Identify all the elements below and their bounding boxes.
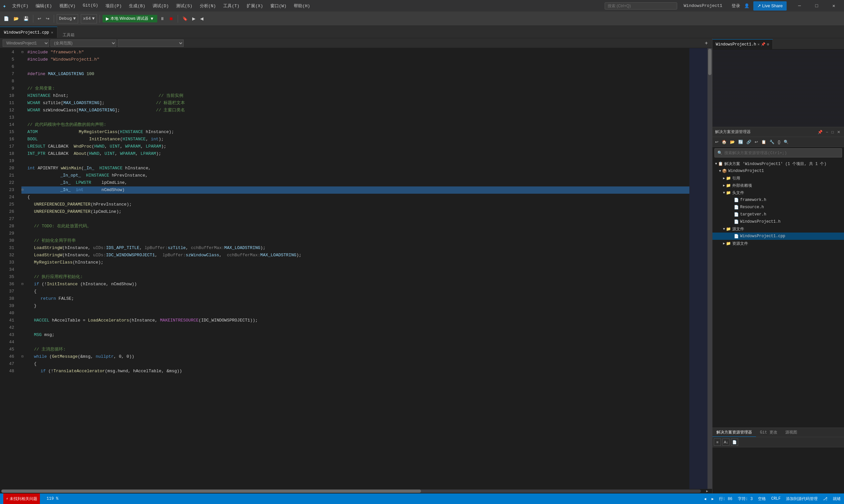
menu-item[interactable]: 测试(S) (173, 2, 195, 10)
menu-item[interactable]: 项目(P) (102, 2, 125, 10)
project-item[interactable]: ▼📦WindowsProject1 (712, 167, 844, 175)
line-number: 36 (0, 281, 14, 288)
menu-item[interactable]: 编辑(E) (32, 2, 55, 10)
tree-node[interactable]: 📄framework.h (712, 196, 844, 203)
collapse-button[interactable]: ⊟ (21, 49, 26, 56)
se-toolbar-button[interactable]: 📂 (729, 139, 736, 145)
bottom-panel-tab[interactable]: 源视图 (781, 428, 801, 436)
status-add-source[interactable]: 添加到源代码管理 (786, 496, 817, 502)
solution-root-item[interactable]: ▼📋解决方案 'WindowsProject1' (1 个项目, 共 1 个) (712, 160, 844, 167)
start-debug-btn[interactable]: ▶ 本地 Windows 调试器 ▼ (103, 15, 157, 22)
status-error-section[interactable]: ⚡ 未找到相关问题 (3, 493, 40, 504)
se-toolbar-button[interactable]: 🏠 (720, 139, 728, 145)
scope-right-dropdown[interactable] (118, 39, 184, 47)
close-button[interactable]: ✕ (826, 0, 841, 12)
menu-item[interactable]: 扩展(X) (243, 2, 266, 10)
menu-item[interactable]: 帮助(H) (291, 2, 313, 10)
login-text[interactable]: 登录 (731, 3, 740, 9)
add-scope-btn[interactable]: + (703, 39, 709, 47)
navigate-forward-btn[interactable]: ▶ (191, 15, 197, 22)
props-pages-btn[interactable]: 📄 (731, 438, 738, 446)
menu-item[interactable]: 分析(N) (196, 2, 219, 10)
navigate-back-btn[interactable]: ◀ (199, 15, 205, 22)
tab-main-close[interactable]: ✕ (51, 30, 53, 35)
se-toolbar-button[interactable]: 🔍 (782, 139, 790, 145)
tree-node[interactable]: ▶📁外部依赖项 (712, 182, 844, 189)
bottom-panel-tab[interactable]: Git 更改 (756, 428, 781, 436)
live-share-button[interactable]: ↗ Live Share (753, 1, 787, 11)
code-content[interactable]: ⊟#include "framework.h"#include "Windows… (18, 48, 689, 489)
minimize-panel-btn[interactable]: − (825, 129, 829, 135)
platform-dropdown[interactable]: x64 ▼ (81, 14, 97, 23)
menu-item[interactable]: 调试(D) (149, 2, 172, 10)
tree-node[interactable]: 📄targetver.h (712, 211, 844, 218)
bottom-panel-tab[interactable]: 解决方案资源管理器 (712, 428, 756, 437)
se-toolbar-button[interactable]: ↩ (753, 139, 759, 145)
right-editor-preview[interactable] (712, 49, 844, 127)
horizontal-scrollbar[interactable] (1, 489, 701, 493)
se-toolbar-button[interactable]: 🔧 (768, 139, 776, 145)
menu-item[interactable]: 工具(T) (220, 2, 243, 10)
se-toolbar-button[interactable]: 🔄 (737, 139, 744, 145)
new-file-btn[interactable]: 📄 (2, 15, 11, 22)
code-token: HINSTANCE (123, 136, 146, 143)
debug-mode-dropdown[interactable]: Debug ▼ (57, 14, 78, 23)
code-token: HINSTANCE (99, 165, 122, 172)
status-scroll-right[interactable]: ▶ (711, 497, 714, 501)
global-search-input[interactable] (605, 2, 677, 10)
redo-btn[interactable]: ↪ (44, 15, 51, 22)
menu-item[interactable]: 文件(F) (9, 2, 32, 10)
code-token: CALLBACK (46, 143, 74, 150)
props-categories-btn[interactable]: ≡ (714, 438, 721, 446)
open-file-btn[interactable]: 📂 (12, 15, 20, 22)
tree-node[interactable]: ▼📁头文件 (712, 189, 844, 196)
menu-item[interactable]: 生成(B) (126, 2, 148, 10)
props-alphabetical-btn[interactable]: A↓ (722, 438, 729, 446)
collapse-button[interactable]: ⊟ (21, 281, 26, 288)
code-token: UINT (104, 150, 115, 158)
right-tab-pin[interactable]: 📌 (761, 42, 765, 47)
vertical-scrollbar[interactable] (707, 48, 712, 489)
save-btn[interactable]: 💾 (22, 15, 30, 22)
tree-node[interactable]: ▶📁引用 (712, 175, 844, 182)
menu-item[interactable]: 视图(V) (56, 2, 79, 10)
collapse-button[interactable]: ⊟ (21, 353, 26, 360)
solution-search-bar[interactable]: 🔍 搜索解决方案资源管理器(Ctrl+;) (714, 148, 842, 158)
undo-btn[interactable]: ↩ (36, 15, 43, 22)
maximize-panel-btn[interactable]: □ (830, 129, 835, 135)
menu-item[interactable]: Git(G) (80, 2, 102, 10)
code-token: HACCEL (34, 317, 49, 324)
se-toolbar-button[interactable]: 🔗 (745, 139, 753, 145)
code-line: UNREFERENCED_PARAMETER(lpCmdLine); (21, 208, 689, 215)
pin-panel-btn[interactable]: 📌 (816, 129, 824, 135)
se-toolbar-button[interactable]: {} (776, 139, 782, 145)
tree-node[interactable]: ▶📁资源文件 (712, 240, 844, 247)
tree-node[interactable]: 📄Resource.h (712, 203, 844, 211)
pause-btn[interactable]: ⏸ (159, 15, 166, 22)
tree-node[interactable]: 📄WindowsProject1.cpp (712, 233, 844, 240)
horizontal-scrollbar-thumb[interactable] (1, 489, 421, 493)
code-token: MAX_LOADSTRING (260, 252, 296, 259)
se-toolbar-button[interactable]: ↩ (714, 139, 720, 145)
right-tab-settings[interactable]: ⚙ (767, 42, 769, 47)
tree-node[interactable]: ▼📁源文件 (712, 225, 844, 233)
error-text: 未找到相关问题 (10, 496, 37, 502)
close-panel-btn[interactable]: ✕ (836, 129, 841, 135)
se-toolbar-button[interactable]: 📋 (760, 139, 768, 145)
maximize-button[interactable]: □ (809, 0, 824, 12)
tab-main-file[interactable]: WindowsProject1.cpp ✕ (0, 27, 57, 38)
scroll-right-btn[interactable]: ▶ (702, 489, 712, 493)
right-tab-file[interactable]: WindowsProject1.h ✕ 📌 ⚙ (712, 39, 773, 49)
minimize-button[interactable]: ─ (792, 0, 807, 12)
status-scroll-left[interactable]: ◀ (704, 497, 707, 501)
scope-left-dropdown[interactable]: WindowsProject1 (3, 39, 49, 47)
collapse-button[interactable]: ⊟ (21, 186, 26, 194)
stop-btn[interactable]: ⏹ (168, 15, 175, 22)
menu-item[interactable]: 窗口(W) (267, 2, 290, 10)
code-token: MAKEINTRESOURCE (160, 317, 199, 324)
scrollbar-thumb[interactable] (708, 49, 711, 75)
bookmark-btn[interactable]: 🔖 (181, 15, 189, 22)
scope-middle-dropdown[interactable]: (全局范围) (50, 39, 116, 47)
right-tab-close[interactable]: ✕ (757, 42, 760, 47)
tree-node[interactable]: 📄WindowsProject1.h (712, 218, 844, 225)
